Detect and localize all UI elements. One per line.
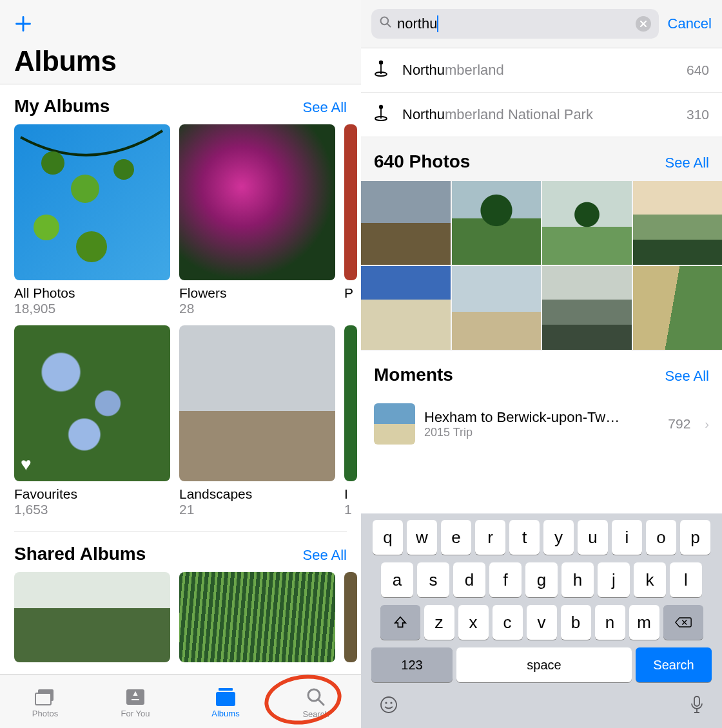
plus-icon [14,15,32,33]
key-s[interactable]: s [417,562,449,597]
key-p[interactable]: p [680,520,710,555]
space-key[interactable]: space [456,647,632,682]
album-favourites[interactable]: ♥ Favourites 1,653 [14,325,170,517]
album-landscapes[interactable]: Landscapes 21 [179,325,335,517]
key-b[interactable]: b [561,605,591,640]
tab-label: For You [121,709,150,718]
album-thumb [14,572,170,662]
photo-thumb[interactable] [542,181,632,265]
search-key[interactable]: Search [636,647,712,682]
cancel-button[interactable]: Cancel [668,15,712,32]
album-peek-2[interactable]: I 1 [344,325,357,517]
photo-thumb[interactable] [633,266,723,350]
dictation-key[interactable] [690,695,704,719]
key-l[interactable]: l [670,562,702,597]
suggestion-northumberland[interactable]: Northumberland 640 [361,48,722,93]
my-albums-title: My Albums [14,96,110,117]
search-bar: northu Cancel [361,0,722,48]
key-t[interactable]: t [509,520,540,555]
key-y[interactable]: y [543,520,574,555]
key-r[interactable]: r [475,520,505,555]
shared-album-1[interactable] [14,572,170,662]
page-title: Albums [0,45,361,84]
search-screen: northu Cancel Northumberland 640 Northum… [361,0,722,728]
svg-rect-23 [694,696,699,706]
album-thumb [14,124,170,280]
photo-thumb[interactable] [633,181,723,265]
tab-photos[interactable]: Photos [6,688,84,718]
key-u[interactable]: u [578,520,608,555]
moment-subtitle: 2015 Trip [424,426,659,439]
photo-thumb[interactable] [542,266,632,350]
album-thumb: ♥ [14,325,170,481]
key-z[interactable]: z [424,605,454,640]
shared-peek[interactable] [344,572,357,662]
tab-search[interactable]: Search [277,687,355,719]
album-count: 1 [344,502,357,517]
key-e[interactable]: e [441,520,471,555]
tab-label: Albums [211,709,239,718]
emoji-key[interactable] [379,695,398,719]
photo-thumb[interactable] [452,266,542,350]
album-thumb [344,572,357,662]
shared-see-all[interactable]: See All [303,547,347,564]
suggestion-suffix: mberland National Park [445,106,593,122]
chevron-right-icon: › [705,417,709,432]
add-button[interactable] [14,14,347,36]
key-d[interactable]: d [453,562,485,597]
key-k[interactable]: k [634,562,666,597]
key-x[interactable]: x [458,605,489,640]
album-all-photos[interactable]: All Photos 18,905 [14,124,170,316]
shift-key[interactable] [380,605,420,640]
moments-title: Moments [374,365,453,385]
leaves-icon [14,124,170,280]
key-n[interactable]: n [595,605,625,640]
mic-icon [690,695,704,714]
albums-icon [215,688,237,706]
suggestion-northumberland-park[interactable]: Northumberland National Park 310 [361,93,722,137]
search-field[interactable]: northu [371,9,659,39]
tab-for-you[interactable]: For You [97,688,174,718]
moments-section-header: Moments See All [361,350,722,394]
key-o[interactable]: o [646,520,676,555]
album-peek[interactable]: P [344,124,357,316]
search-value: northu [397,15,437,32]
moment-row[interactable]: Hexham to Berwick-upon-Tw… 2015 Trip 792… [361,394,722,454]
photos-see-all[interactable]: See All [665,155,710,171]
album-count: 1,653 [14,502,170,517]
tab-albums[interactable]: Albums [187,688,264,718]
numbers-key[interactable]: 123 [371,647,453,682]
album-title: I [344,486,357,502]
photo-thumb[interactable] [361,266,451,350]
moment-count: 792 [668,416,690,432]
key-j[interactable]: j [598,562,630,597]
backspace-key[interactable] [663,605,703,640]
key-a[interactable]: a [381,562,413,597]
album-flowers[interactable]: Flowers 28 [179,124,335,316]
key-v[interactable]: v [527,605,557,640]
shared-album-2[interactable] [179,572,335,662]
key-f[interactable]: f [489,562,522,597]
key-q[interactable]: q [373,520,403,555]
key-g[interactable]: g [525,562,558,597]
clear-button[interactable] [636,16,651,32]
moments-see-all[interactable]: See All [665,368,710,385]
photo-thumb[interactable] [361,181,451,265]
my-albums-see-all[interactable]: See All [303,99,347,116]
key-w[interactable]: w [407,520,437,555]
albums-screen: Albums My Albums See All All Photos 18,9… [0,0,361,728]
shared-grid [0,572,361,662]
emoji-icon [379,695,398,714]
key-m[interactable]: m [629,605,659,640]
photos-section-title: 640 Photos [374,151,470,172]
album-title: Favourites [14,486,170,502]
my-albums-grid-2: ♥ Favourites 1,653 Landscapes 21 I 1 [0,325,361,517]
shared-albums-header: Shared Albums See All [0,532,361,572]
key-i[interactable]: i [612,520,642,555]
top-bar [0,0,361,45]
key-h[interactable]: h [561,562,594,597]
keyboard: qwertyuiop asdfghjkl zxcvbnm 123 space S… [361,513,722,728]
key-c[interactable]: c [493,605,523,640]
photo-thumb[interactable] [452,181,542,265]
suggestion-suffix: mberland [445,62,504,78]
